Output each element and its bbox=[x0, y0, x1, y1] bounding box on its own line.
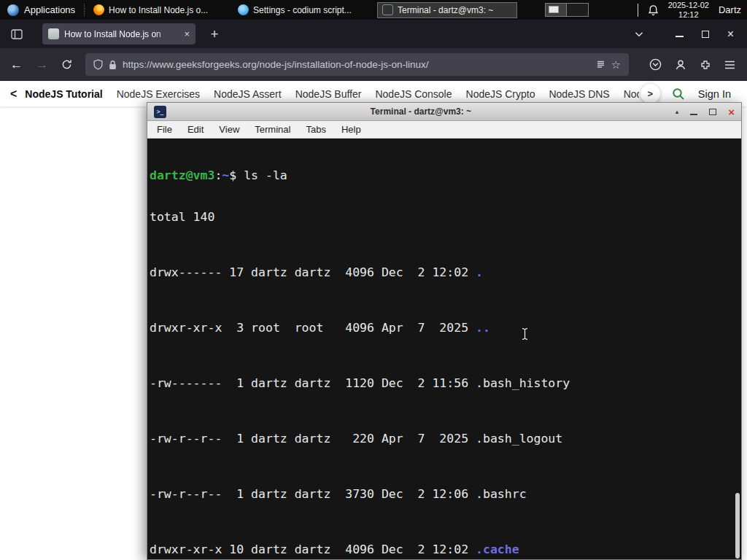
taskbar-item-label: How to Install Node.js o... bbox=[109, 5, 208, 15]
terminal-screen[interactable]: dartz@vm3:~$ ls -la total 140 drwx------… bbox=[147, 139, 741, 559]
window-controls: × bbox=[676, 28, 747, 40]
mouse-ibeam-cursor bbox=[463, 314, 529, 357]
tab-favicon bbox=[48, 28, 59, 39]
site-nav-item[interactable]: NodeJS Console bbox=[375, 88, 452, 100]
tab-title: How to Install Node.js on bbox=[64, 29, 179, 39]
restore-button[interactable] bbox=[702, 31, 709, 38]
tabbar-actions: × bbox=[635, 28, 747, 40]
prompt-path: ~ bbox=[222, 168, 229, 182]
file-name: .bash_history bbox=[476, 376, 570, 390]
prompt-command: ls -la bbox=[244, 168, 287, 182]
account-icon[interactable] bbox=[675, 59, 686, 71]
applications-menu-icon bbox=[7, 4, 19, 16]
pocket-icon[interactable] bbox=[649, 58, 662, 71]
terminal-menu-item[interactable]: Tabs bbox=[306, 124, 325, 135]
terminal-prompt-line: dartz@vm3:~$ ls -la bbox=[150, 168, 741, 182]
site-nav-item[interactable]: NodeJS DNS bbox=[549, 88, 609, 100]
top-panel: Applications How to Install Node.js o...… bbox=[0, 0, 747, 20]
taskbar-item[interactable]: Terminal - dartz@vm3: ~ bbox=[377, 2, 517, 18]
firefox-view-icon[interactable] bbox=[7, 25, 26, 44]
terminal-menu-bar: File Edit View Terminal Tabs Help bbox=[147, 121, 741, 139]
terminal-maximize-button[interactable] bbox=[709, 109, 716, 115]
terminal-menu-item[interactable]: View bbox=[219, 124, 239, 135]
prompt-user-host: dartz@vm3 bbox=[150, 168, 214, 182]
file-name: .bashrc bbox=[476, 487, 527, 501]
workspace-2[interactable] bbox=[567, 3, 589, 17]
terminal-line: -rw------- 1 dartz dartz 1120 Dec 2 11:5… bbox=[150, 376, 741, 390]
tracking-shield-icon[interactable] bbox=[93, 59, 103, 70]
terminal-line: -rw-r--r-- 1 dartz dartz 3730 Dec 2 12:0… bbox=[150, 487, 741, 501]
file-name: . bbox=[476, 265, 483, 279]
file-name: .bash_logout bbox=[476, 432, 562, 446]
nav-scroll-right-chevron-icon[interactable]: > bbox=[640, 84, 660, 104]
site-nav-item[interactable]: NodeJS Tutorial bbox=[25, 88, 102, 100]
terminal-minimize-button[interactable] bbox=[690, 114, 697, 115]
sign-in-button[interactable]: Sign In bbox=[698, 88, 731, 100]
menu-hamburger-icon[interactable] bbox=[724, 61, 735, 69]
shade-button[interactable]: ▴ bbox=[676, 109, 679, 115]
taskbar-item[interactable]: How to Install Node.js o... bbox=[88, 2, 228, 18]
terminal-window-title: Terminal - dartz@vm3: ~ bbox=[172, 106, 670, 117]
site-nav-item[interactable]: NodeJS Crypto bbox=[466, 88, 535, 100]
terminal-menu-item[interactable]: Terminal bbox=[255, 124, 290, 135]
site-nav-item[interactable]: NodeJS Exercises bbox=[117, 88, 200, 100]
panel-separator bbox=[84, 4, 85, 16]
tab-close-icon[interactable]: × bbox=[184, 29, 190, 39]
clock-date: 2025-12-02 bbox=[668, 1, 709, 10]
search-icon[interactable] bbox=[672, 88, 685, 101]
taskbar-app-icon bbox=[238, 4, 249, 15]
file-name: .. bbox=[476, 321, 490, 335]
site-nav-item[interactable]: NodeJS Buffer bbox=[295, 88, 362, 100]
terminal-line: drwxr-xr-x 3 root root 4096 Apr 7 2025 .… bbox=[150, 321, 741, 335]
terminal-line: drwxr-xr-x 10 dartz dartz 4096 Dec 2 12:… bbox=[150, 542, 741, 556]
desktop: Applications How to Install Node.js o...… bbox=[0, 0, 747, 560]
terminal-line: -rw-r--r-- 1 dartz dartz 220 Apr 7 2025 … bbox=[150, 432, 741, 446]
taskbar-item[interactable]: Settings - codium script... bbox=[233, 2, 373, 18]
terminal-app-icon bbox=[154, 106, 166, 118]
navigation-toolbar: ← → https://www.geeksforgeeks.org/node-j… bbox=[0, 48, 747, 81]
nav-scroll-left-chevron-icon[interactable]: < bbox=[10, 88, 17, 101]
terminal-window-controls: ▴ × bbox=[676, 106, 735, 117]
taskbar-app-icon bbox=[93, 4, 104, 15]
taskbar-item-label: Terminal - dartz@vm3: ~ bbox=[398, 5, 493, 15]
terminal-scrollbar-thumb[interactable] bbox=[735, 493, 740, 559]
terminal-title-bar[interactable]: Terminal - dartz@vm3: ~ ▴ × bbox=[147, 103, 741, 121]
toolbar-icons bbox=[642, 58, 737, 71]
terminal-close-button[interactable]: × bbox=[728, 106, 735, 117]
url-text: https://www.geeksforgeeks.org/node-js/in… bbox=[123, 59, 590, 70]
url-bar[interactable]: https://www.geeksforgeeks.org/node-js/in… bbox=[85, 53, 629, 76]
taskbar-item-label: Settings - codium script... bbox=[253, 5, 352, 15]
close-button[interactable]: × bbox=[727, 28, 734, 40]
bookmark-star-icon[interactable]: ☆ bbox=[611, 59, 621, 70]
reload-icon[interactable] bbox=[61, 59, 72, 70]
terminal-total-line: total 140 bbox=[150, 210, 741, 224]
forward-icon[interactable]: → bbox=[36, 58, 48, 71]
site-nav-item[interactable]: NodeJS bbox=[624, 88, 639, 100]
terminal-menu-item[interactable]: Edit bbox=[187, 124, 204, 135]
terminal-window: Terminal - dartz@vm3: ~ ▴ × File Edit Vi… bbox=[147, 102, 742, 560]
terminal-menu-item[interactable]: File bbox=[157, 124, 172, 135]
browser-tab[interactable]: How to Install Node.js on × bbox=[42, 23, 196, 44]
reader-view-icon[interactable] bbox=[596, 60, 605, 69]
taskbar-app-icon bbox=[382, 4, 393, 15]
site-nav-item[interactable]: NodeJS Assert bbox=[214, 88, 282, 100]
terminal-menu-item[interactable]: Help bbox=[341, 124, 361, 135]
lock-icon[interactable] bbox=[109, 60, 117, 70]
minimize-button[interactable] bbox=[676, 36, 684, 37]
site-nav-items: NodeJS Tutorial NodeJS Exercises NodeJS … bbox=[25, 88, 639, 100]
tab-bar: How to Install Node.js on × + × bbox=[0, 20, 747, 48]
workspace-switcher[interactable] bbox=[545, 3, 589, 17]
workspace-window-thumbnail bbox=[549, 6, 559, 13]
terminal-line: drwx------ 17 dartz dartz 4096 Dec 2 12:… bbox=[150, 265, 741, 279]
clock-time: 12:12 bbox=[678, 10, 699, 20]
notification-bell-icon[interactable] bbox=[648, 4, 659, 16]
list-all-tabs-chevron-icon[interactable] bbox=[635, 31, 643, 37]
extensions-icon[interactable] bbox=[700, 59, 711, 71]
applications-menu-button[interactable]: Applications bbox=[0, 0, 82, 20]
new-tab-button[interactable]: + bbox=[206, 26, 223, 42]
panel-divider bbox=[638, 4, 638, 17]
applications-menu-label: Applications bbox=[24, 4, 75, 15]
back-icon[interactable]: ← bbox=[10, 58, 23, 71]
panel-clock[interactable]: 2025-12-02 12:12 bbox=[668, 1, 709, 19]
workspace-1[interactable] bbox=[545, 3, 567, 17]
